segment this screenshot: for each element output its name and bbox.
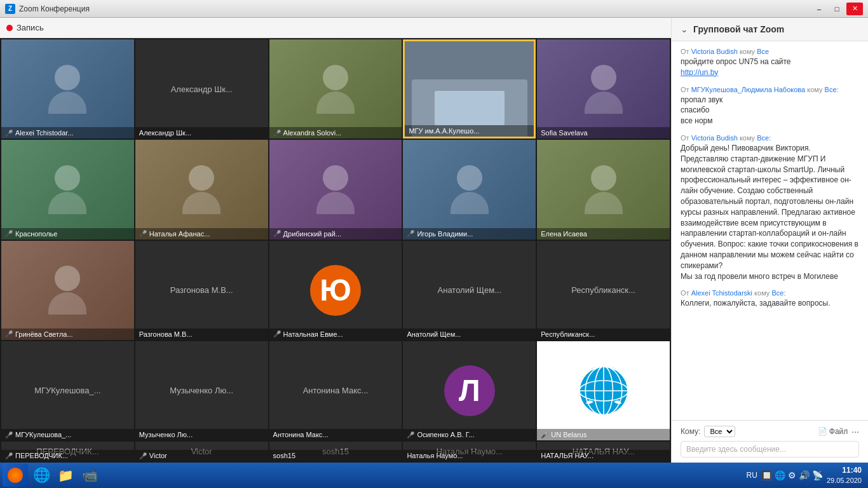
participant-name-bar: Sofia Savelava xyxy=(537,127,670,139)
chat-message-2: От Victoria Budish кому Все: Добрый день… xyxy=(681,134,859,281)
participant-name-bar: МГУ им.А.А.Кулешо... xyxy=(405,125,534,137)
record-indicator xyxy=(6,25,13,31)
video-cell-alexandra[interactable]: 🎤 Alexandra Solovi... xyxy=(269,39,402,139)
chat-input[interactable]: Введите здесь сообщение... xyxy=(681,441,859,458)
video-cell-anatoly[interactable]: Анатолий Щем... Анатолий Щем... xyxy=(403,241,536,340)
taskbar-tray: RU 🔲 🌐 ⚙ 🔊 📡 11:40 29.05.2020 xyxy=(743,466,865,485)
video-cell-respub[interactable]: Республиканск... Республиканск... xyxy=(537,241,670,340)
participant-name-text: Наталья Афанас... xyxy=(149,230,210,238)
participant-name-text: Александр Шк... xyxy=(139,129,191,137)
chat-body: пройдите опрос UN75 на сайтеhttp://un.by xyxy=(681,57,859,78)
mute-icon: 🎤 xyxy=(5,431,13,438)
chrome-button[interactable]: 🌐 xyxy=(31,464,52,486)
video-cell-alexei[interactable]: 🎤 Alexei Tchistodar... xyxy=(1,39,134,139)
app-icon: Z xyxy=(5,4,15,14)
participant-name-text: UN Belarus xyxy=(551,431,587,438)
participant-name-text: Краснополье xyxy=(15,230,57,238)
app-container: Запись 🎤 Alexei Tchistodar... Александр … xyxy=(0,18,868,463)
chat-header: ⌄ Групповой чат Zoom xyxy=(672,18,868,41)
chat-body: Коллеги, пожалуйста, задавайте вопросы. xyxy=(681,298,859,309)
close-button[interactable]: ✕ xyxy=(846,3,863,15)
video-cell-natasha[interactable]: 🎤 Наталья Афанас... xyxy=(135,140,268,239)
participant-name-bar: Наталья Наумо... xyxy=(403,450,536,461)
video-cell-perevodchik[interactable]: ПЕРЕВОДЧИК... 🎤 ПЕРЕВОДЧИК... xyxy=(1,442,134,461)
participant-name-bar: Разгонова М.В... xyxy=(135,329,268,340)
mute-icon: 🎤 xyxy=(5,330,13,337)
chat-file-button[interactable]: 📄 Файл xyxy=(818,427,848,436)
video-cell-aleksandr[interactable]: Александр Шк... Александр Шк... xyxy=(135,39,268,139)
participant-name-bar: Республиканск... xyxy=(537,329,670,340)
explorer-button[interactable]: 📁 xyxy=(55,464,76,486)
title-bar: Z Zoom Конференция – □ ✕ xyxy=(0,0,868,18)
video-cell-sofia[interactable]: Sofia Savelava xyxy=(537,39,670,139)
mute-icon: 🎤 xyxy=(407,431,414,438)
mute-icon: 🎤 xyxy=(273,230,281,237)
mute-icon: 🎤 xyxy=(407,230,414,237)
video-cell-naumova[interactable]: Наталья Наумо... Наталья Наумо... xyxy=(403,442,536,461)
participant-name-bar: 🎤 Краснополье xyxy=(1,228,134,240)
mute-icon: 🎤 xyxy=(273,330,281,337)
system-clock[interactable]: 11:40 29.05.2020 xyxy=(827,466,862,485)
record-bar: Запись xyxy=(0,18,671,38)
zoom-taskbar-button[interactable]: 📹 xyxy=(79,464,100,486)
video-cell-dribin[interactable]: 🎤 Дрибинский рай... xyxy=(269,140,402,239)
video-cell-yu[interactable]: Ю 🎤 Натальная Евме... xyxy=(269,241,402,340)
chat-from: От Victoria Budish кому Все: xyxy=(681,134,859,142)
mute-icon: 🎤 xyxy=(5,130,13,137)
mute-icon: 🎤 xyxy=(541,431,548,438)
video-cell-mgukul[interactable]: МГУКулешова_... 🎤 МГУКулешова_... xyxy=(1,341,134,440)
participant-name-text: Республиканск... xyxy=(541,330,595,338)
video-cell-osip[interactable]: Л 🎤 Осипенко А.В. Г... xyxy=(403,341,536,440)
participant-name-text: Sofia Savelava xyxy=(541,129,587,137)
video-cell-sosh15[interactable]: sosh15 sosh15 xyxy=(269,442,402,461)
participant-name-bar: 🎤 Victor xyxy=(135,450,268,461)
participant-name-bar: Александр Шк... xyxy=(135,127,268,139)
participant-name-bar: Елена Исаева xyxy=(537,228,670,240)
video-cell-antonina[interactable]: Антонина Макс... Антонина Макс... xyxy=(269,341,402,440)
video-cell-muzy[interactable]: Музыченко Лю... Музыченко Лю... xyxy=(135,341,268,440)
participant-name-bar: Музыченко Лю... xyxy=(135,429,268,440)
record-label[interactable]: Запись xyxy=(17,23,44,32)
chat-to-label: Кому: xyxy=(681,427,700,436)
chat-message-3: От Alexei Tchistodarski кому Все: Коллег… xyxy=(681,289,859,309)
start-button[interactable] xyxy=(3,464,28,487)
participant-name-bar: 🎤 Alexei Tchistodar... xyxy=(1,127,134,139)
video-cell-natalya2[interactable]: НАТАЛЬЯ НАУ... НАТАЛЬЯ НАУ... xyxy=(537,442,670,461)
video-cell-krasno[interactable]: 🎤 Краснополье xyxy=(1,140,134,239)
chat-collapse-icon[interactable]: ⌄ xyxy=(681,24,688,34)
video-cell-razgon[interactable]: Разгонова М.В... Разгонова М.В... xyxy=(135,241,268,340)
chat-link[interactable]: http://un.by xyxy=(681,68,718,77)
mute-icon: 🎤 xyxy=(139,230,147,237)
participant-name-text: МГУ им.А.А.Кулешо... xyxy=(409,127,479,135)
mute-icon: 🎤 xyxy=(5,230,13,237)
chat-body: Добрый день! Пивоварчик Виктория. Предст… xyxy=(681,143,859,281)
video-cell-elena[interactable]: Елена Исаева xyxy=(537,140,670,239)
participant-name-bar: 🎤 Натальная Евме... xyxy=(269,329,402,340)
participant-name-bar: 🎤 ПЕРЕВОДЧИК... xyxy=(1,450,134,461)
chat-message-0: От Victoria Budish кому Все пройдите опр… xyxy=(681,48,859,78)
participant-name-bar: sosh15 xyxy=(269,450,402,461)
video-cell-grineva[interactable]: 🎤 Гринёва Светла... xyxy=(1,241,134,340)
window-title: Zoom Конференция xyxy=(19,4,811,13)
minimize-button[interactable]: – xyxy=(811,3,827,15)
chat-footer: Кому: Все 📄 Файл ··· Введите здесь сообщ… xyxy=(672,420,868,463)
participant-name-text: Гринёва Светла... xyxy=(15,330,73,338)
chat-to-row: Кому: Все 📄 Файл ··· xyxy=(681,426,859,437)
video-cell-un[interactable]: 🎤 UN Belarus xyxy=(537,341,670,440)
maximize-button[interactable]: □ xyxy=(829,3,845,15)
video-cell-mgu[interactable]: МГУ им.А.А.Кулешо... xyxy=(403,39,536,139)
language-indicator: RU xyxy=(747,471,757,480)
participant-name-text: sosh15 xyxy=(273,452,295,459)
participant-name-bar: Анатолий Щем... xyxy=(403,329,536,340)
chat-recipient-select[interactable]: Все xyxy=(704,426,735,437)
chat-panel: ⌄ Групповой чат Zoom От Victoria Budish … xyxy=(671,18,868,463)
chat-more-button[interactable]: ··· xyxy=(851,426,859,437)
participant-name-text: Alexandra Solovi... xyxy=(283,129,342,137)
participant-name-bar: 🎤 Alexandra Solovi... xyxy=(269,127,402,139)
chat-message-1: От МГУКулешова_Людмила Набокова кому Все… xyxy=(681,86,859,126)
video-cell-igor[interactable]: 🎤 Игорь Владими... xyxy=(403,140,536,239)
mute-icon: 🎤 xyxy=(5,452,13,459)
video-cell-victor[interactable]: Victor 🎤 Victor xyxy=(135,442,268,461)
participant-name-text: Антонина Макс... xyxy=(273,431,329,438)
chat-body: пропал звукспасибовсе норм xyxy=(681,95,859,126)
